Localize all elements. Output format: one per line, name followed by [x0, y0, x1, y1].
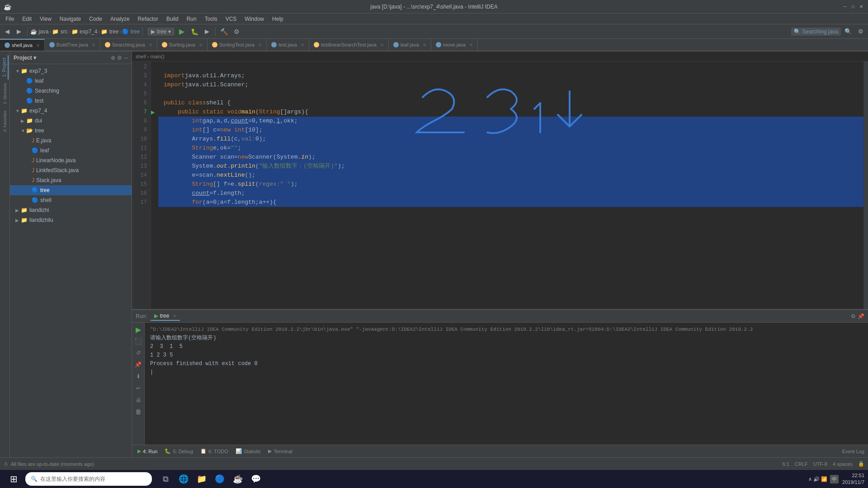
- editor-scrollbar[interactable]: [863, 61, 868, 309]
- tab-sortingtest-java[interactable]: SortingTest.java ✕: [208, 39, 267, 51]
- bottom-tab-todo[interactable]: 📋 6: TODO: [198, 447, 230, 455]
- coverage-button[interactable]: ▶: [202, 26, 212, 37]
- taskbar-file-explorer[interactable]: 📁: [193, 471, 210, 487]
- event-log-button[interactable]: Event Log: [842, 449, 864, 454]
- tree-item-linkfedstack[interactable]: J LinkfedStack.java: [10, 165, 132, 175]
- run-tab-close[interactable]: ✕: [173, 314, 176, 319]
- debug-button[interactable]: 🐛: [189, 26, 200, 37]
- use-soft-wrap-button[interactable]: ↩: [133, 383, 143, 393]
- breadcrumb-java[interactable]: ☕ java: [30, 28, 48, 35]
- input-method[interactable]: 中: [830, 475, 839, 483]
- build-button[interactable]: 🔨: [218, 26, 229, 37]
- tree-item-leaf-tree[interactable]: 🔵 leaf: [10, 145, 132, 155]
- tree-item-ejava[interactable]: J E.java: [10, 136, 132, 145]
- search-everywhere-button[interactable]: 🔍: [843, 26, 854, 37]
- tree-item-stack[interactable]: J Stack.java: [10, 175, 132, 185]
- restore-layout-button[interactable]: ↺: [133, 348, 143, 358]
- tree-item-shell[interactable]: 🔵 shell: [10, 195, 132, 205]
- taskbar-task-view[interactable]: ⧉: [157, 471, 174, 487]
- menu-build[interactable]: Build: [163, 15, 182, 23]
- tree-item-linearnode[interactable]: J LinearNode.java: [10, 155, 132, 165]
- menu-analyze[interactable]: Analyze: [107, 15, 133, 23]
- close-button[interactable]: ✕: [858, 4, 864, 10]
- code-editor[interactable]: import java.util.Arrays; import java.uti…: [158, 61, 863, 309]
- menu-vcs[interactable]: VCS: [222, 15, 241, 23]
- run-pin-icon[interactable]: 📌: [858, 313, 864, 319]
- forward-button[interactable]: ▶: [14, 26, 24, 37]
- run-tab-tree[interactable]: ▶ tree ✕: [151, 312, 179, 321]
- tree-item-test-exp7_3[interactable]: 🔵 test: [10, 96, 132, 106]
- taskbar-ie[interactable]: 🔵: [212, 471, 228, 487]
- tab-close-testlinearsearch[interactable]: ✕: [380, 42, 384, 47]
- rerun-button[interactable]: ▶: [133, 324, 143, 334]
- tree-item-dui[interactable]: ▶ 📁 dui: [10, 116, 132, 126]
- favorites-icon[interactable]: 3: Favorites: [2, 108, 8, 135]
- tree-item-tree-class[interactable]: 🔵 tree: [10, 185, 132, 195]
- bottom-tab-terminal[interactable]: ▶ Terminal: [266, 447, 294, 455]
- scroll-end-button[interactable]: ⬇: [133, 371, 143, 381]
- tab-buildtree-java[interactable]: BuildTree.java ✕: [45, 39, 100, 51]
- bottom-tab-statistic[interactable]: 📊 Statistic: [234, 447, 263, 455]
- tree-item-exp7_4[interactable]: ▼ 📁 exp7_4: [10, 106, 132, 116]
- tab-close-buildtree[interactable]: ✕: [92, 42, 95, 47]
- tree-item-liandizhi[interactable]: ▶ 📁 liandizhi: [10, 205, 132, 215]
- taskbar-edge[interactable]: 🌐: [175, 471, 192, 487]
- tab-sorting-java[interactable]: Sorting.java ✕: [157, 39, 208, 51]
- clear-all-button[interactable]: 🗑: [133, 407, 143, 417]
- menu-edit[interactable]: Edit: [19, 15, 35, 23]
- breadcrumb-exp7_4[interactable]: 📁 exp7_4: [71, 28, 98, 35]
- bottom-tab-run[interactable]: ▶ 4: Run: [136, 447, 159, 455]
- tab-leaf-java[interactable]: leaf.java ✕: [389, 39, 431, 51]
- tab-test-java[interactable]: test.java ✕: [267, 39, 309, 51]
- taskbar-intellij[interactable]: ☕: [230, 471, 246, 487]
- menu-refactor[interactable]: Refactor: [134, 15, 162, 23]
- tab-close-test[interactable]: ✕: [301, 42, 304, 47]
- run-config-selector[interactable]: ▶ tree ▾: [147, 28, 175, 36]
- project-view-icon[interactable]: 1: Project: [1, 55, 9, 80]
- tree-item-searching-exp7_3[interactable]: 🔵 Searching: [10, 86, 132, 96]
- run-button[interactable]: ▶: [176, 26, 187, 37]
- breadcrumb-tree-folder[interactable]: 📁 tree: [101, 28, 118, 35]
- minimize-button[interactable]: ─: [842, 4, 848, 10]
- gear-icon[interactable]: ⚙: [117, 55, 122, 61]
- menu-view[interactable]: View: [36, 15, 55, 23]
- menu-file[interactable]: File: [2, 15, 18, 23]
- settings-gear-button[interactable]: ⚙: [855, 26, 866, 37]
- tab-close-move[interactable]: ✕: [469, 42, 473, 47]
- hide-panel-icon[interactable]: ─: [124, 55, 128, 61]
- menu-tools[interactable]: Tools: [201, 15, 221, 23]
- tab-close-sortingtest[interactable]: ✕: [258, 42, 262, 47]
- menu-code[interactable]: Code: [85, 15, 106, 23]
- tree-item-liandizhilu[interactable]: ▶ 📁 liandizhilu: [10, 215, 132, 225]
- tree-item-tree-folder[interactable]: ▼ 📂 tree: [10, 126, 132, 136]
- tree-item-exp7_3[interactable]: ▼ 📁 exp7_3: [10, 66, 132, 76]
- breadcrumb-tree-file[interactable]: 🔵 tree: [122, 28, 140, 35]
- bottom-tab-debug[interactable]: 🐛 5: Debug: [163, 447, 195, 455]
- tab-close-leaf[interactable]: ✕: [423, 42, 426, 47]
- tab-searching-java[interactable]: Searching.java ✕: [100, 39, 157, 51]
- breadcrumb-src[interactable]: 📁 src: [52, 28, 67, 35]
- start-button[interactable]: ⊞: [4, 471, 24, 487]
- run-settings-icon[interactable]: ⚙: [851, 313, 856, 319]
- taskbar-wechat[interactable]: 💬: [248, 471, 264, 487]
- menu-navigate[interactable]: Navigate: [56, 15, 85, 23]
- tab-close-sorting[interactable]: ✕: [199, 42, 203, 47]
- menu-run[interactable]: Run: [183, 15, 200, 23]
- pin-tab-button[interactable]: 📌: [133, 360, 143, 370]
- tab-testlinearsearch-java[interactable]: testlinearSearchTest.java ✕: [309, 39, 389, 51]
- tab-shell-java[interactable]: shell.java ✕: [0, 39, 45, 51]
- tab-close-searching[interactable]: ✕: [149, 42, 152, 47]
- tab-move-java[interactable]: move.java ✕: [431, 39, 478, 51]
- tab-close-shell[interactable]: ✕: [36, 43, 40, 48]
- tree-item-leaf-exp7_3[interactable]: 🔵 leaf: [10, 76, 132, 86]
- back-button[interactable]: ◀: [2, 26, 13, 37]
- print-button[interactable]: 🖨: [133, 395, 143, 405]
- maximize-button[interactable]: □: [850, 4, 856, 10]
- settings-button[interactable]: ⚙: [231, 26, 242, 37]
- taskbar-search-box[interactable]: 🔍 在这里输入你要搜索的内容: [25, 472, 152, 486]
- menu-help[interactable]: Help: [269, 15, 287, 23]
- structure-view-icon[interactable]: 2: Structure: [2, 80, 8, 107]
- stop-button[interactable]: ⬛: [133, 336, 143, 346]
- taskbar-clock[interactable]: 22:51 2019/11/7: [842, 472, 864, 486]
- scope-icon[interactable]: ⊕: [111, 55, 115, 61]
